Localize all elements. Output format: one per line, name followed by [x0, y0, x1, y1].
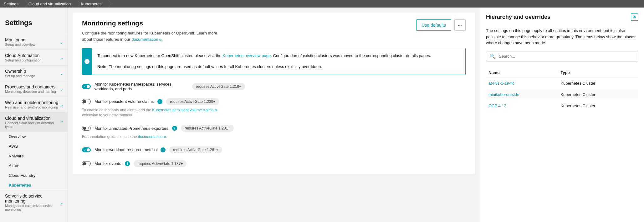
use-defaults-button[interactable]: Use defaults	[416, 19, 451, 31]
sidebar-label: Cloud Automation	[5, 53, 41, 58]
sidebar-item-cloud-virtualization[interactable]: Cloud and virtualizationConnect cloud an…	[0, 112, 67, 132]
requires-pill: requires ActiveGate 1.239+	[166, 98, 219, 105]
sidebar-label: Monitoring	[5, 37, 35, 42]
page-description: Configure the monitoring features for Ku…	[82, 30, 226, 42]
sidebar-item-cloud-automation[interactable]: Cloud AutomationSetup and configuration …	[0, 50, 67, 65]
sidebar-item-monitoring[interactable]: MonitoringSetup and overview ⌄	[0, 34, 67, 50]
hint-text: To enable dashboards and alerts, add the	[82, 108, 152, 112]
requires-pill: requires ActiveGate 1.219+	[192, 83, 245, 90]
sub-item-kubernetes[interactable]: Kubernetes	[0, 180, 67, 190]
kubernetes-overview-link[interactable]: Kubernetes overview page	[222, 53, 271, 58]
info-text: The monitoring settings on this page are…	[108, 64, 322, 69]
override-type: Kubernetes Cluster	[558, 100, 638, 111]
setting-label: Monitor Kubernetes namespaces, services,…	[95, 82, 188, 91]
breadcrumb: Settings Cloud and virtualization Kubern…	[0, 0, 644, 8]
info-banner: i To connect to a new Kubernetes or Open…	[82, 48, 466, 75]
search-wrap: 🔍	[486, 51, 638, 61]
info-icon: i	[82, 48, 92, 75]
hierarchy-panel: Hierarchy and overrides ✕ The settings o…	[480, 8, 644, 222]
close-icon: ✕	[633, 14, 636, 19]
sidebar-sub: Setup and configuration	[5, 58, 41, 62]
breadcrumb-kubernetes[interactable]: Kubernetes	[77, 0, 108, 8]
note-label: Note:	[97, 64, 108, 69]
hint-text: .	[166, 135, 167, 139]
sub-item-aws[interactable]: AWS	[0, 141, 67, 151]
info-p2: Note: The monitoring settings on this pa…	[97, 64, 431, 70]
sidebar-label: Cloud and virtualization	[5, 116, 60, 121]
toggle-monitor-namespaces[interactable]: ✓	[82, 84, 91, 89]
toggle-monitor-events[interactable]	[82, 161, 91, 166]
override-name-link[interactable]: OCP 4.12	[486, 100, 558, 111]
link-text: documentation	[138, 135, 163, 139]
toggle-monitor-workload-metrics[interactable]: ✓	[82, 147, 91, 152]
search-input[interactable]	[486, 51, 638, 61]
chevron-down-icon: ⌄	[60, 87, 64, 92]
sidebar-label: Web and mobile monitoring	[5, 100, 58, 105]
toggle-monitor-pvc[interactable]	[82, 99, 91, 104]
setting-monitor-namespaces: ✓ Monitor Kubernetes namespaces, service…	[82, 82, 466, 91]
setting-label: Monitor annotated Prometheus exporters	[95, 126, 168, 131]
sidebar-label: Processes and containers	[5, 84, 56, 89]
link-text: Kubernetes persistent volume claims	[152, 108, 213, 112]
info-text: To connect to a new Kubernetes or OpenSh…	[97, 53, 222, 58]
sidebar-item-ownership[interactable]: OwnershipSet up and manage ⌄	[0, 65, 67, 81]
table-row: OCP 4.12 Kubernetes Cluster	[486, 100, 638, 111]
sub-item-vmware[interactable]: VMware	[0, 151, 67, 161]
sidebar-sub: Manage and customize service monitoring	[5, 204, 60, 211]
page-title: Monitoring settings	[82, 19, 226, 27]
sidebar-item-server-side[interactable]: Server-side service monitoringManage and…	[0, 190, 67, 214]
chevron-up-icon: ⌄	[60, 120, 64, 125]
setting-hint-pvc: To enable dashboards and alerts, add the…	[82, 108, 223, 118]
pvc-extension-link[interactable]: Kubernetes persistent volume claims ⧉	[152, 108, 217, 112]
hint-text: For annotation guidance, see the	[82, 135, 138, 139]
setting-monitor-events: Monitor events i requires ActiveGate 1.1…	[82, 160, 466, 167]
settings-panel: Monitoring settings Configure the monito…	[73, 13, 475, 174]
breadcrumb-cloud-virtualization[interactable]: Cloud and virtualization	[25, 0, 77, 8]
setting-monitor-prometheus: Monitor annotated Prometheus exporters i…	[82, 125, 466, 132]
hierarchy-description: The settings on this page apply to all e…	[486, 28, 638, 46]
sidebar-sub: Setup and overview	[5, 43, 35, 46]
info-icon[interactable]: i	[125, 161, 130, 166]
breadcrumb-settings[interactable]: Settings	[0, 0, 25, 8]
close-button[interactable]: ✕	[631, 13, 638, 21]
external-link-icon: ⧉	[159, 38, 161, 41]
sidebar-sub: Monitoring, detection and naming	[5, 90, 56, 93]
sub-item-azure[interactable]: Azure	[0, 161, 67, 171]
external-link-icon: ⧉	[215, 108, 217, 112]
search-icon: 🔍	[490, 54, 495, 59]
override-name-link[interactable]: at-k8s-1-19-flc	[486, 77, 558, 89]
sidebar-label: Server-side service monitoring	[5, 193, 60, 204]
sidebar-label: Ownership	[5, 69, 35, 74]
requires-pill: requires ActiveGate 1.201+	[181, 125, 234, 132]
hierarchy-title: Hierarchy and overrides	[486, 14, 550, 20]
documentation-link[interactable]: documentation ⧉	[131, 37, 161, 42]
more-actions-button[interactable]: ⋯	[454, 19, 466, 31]
settings-sidebar: Settings MonitoringSetup and overview ⌄ …	[0, 8, 68, 222]
sidebar-title: Settings	[0, 8, 67, 34]
toggle-monitor-prometheus[interactable]	[82, 126, 91, 131]
table-row: at-k8s-1-19-flc Kubernetes Cluster	[486, 77, 638, 89]
setting-label: Monitor persistent volume claims	[95, 99, 154, 104]
override-name-link[interactable]: minikube-outside	[486, 89, 558, 100]
prometheus-doc-link[interactable]: documentation ⧉	[138, 135, 166, 139]
info-icon[interactable]: i	[157, 99, 162, 104]
chevron-down-icon: ⌄	[60, 55, 64, 60]
sidebar-item-processes[interactable]: Processes and containersMonitoring, dete…	[0, 81, 67, 97]
sidebar-sub: Real user and synthetic monitoring	[5, 105, 58, 109]
info-icon[interactable]: i	[161, 147, 166, 152]
chevron-down-icon: ⌄	[60, 200, 64, 205]
requires-pill: requires ActiveGate 1.187+	[134, 160, 187, 167]
sidebar-item-web-mobile[interactable]: Web and mobile monitoringReal user and s…	[0, 97, 67, 112]
info-icon[interactable]: i	[172, 126, 177, 131]
setting-monitor-pvc: Monitor persistent volume claims i requi…	[82, 98, 466, 105]
sub-item-cloud-foundry[interactable]: Cloud Foundry	[0, 171, 67, 180]
info-p1: To connect to a new Kubernetes or OpenSh…	[97, 53, 431, 59]
sidebar-sub: Connect cloud and virtualization types	[5, 121, 60, 129]
requires-pill: requires ActiveGate 1.261+	[169, 146, 222, 153]
main-content: Monitoring settings Configure the monito…	[68, 8, 480, 222]
col-type: Type	[558, 68, 638, 78]
chevron-down-icon: ⌄	[60, 102, 64, 107]
sidebar-sub: Set up and manage	[5, 74, 35, 78]
sub-item-overview[interactable]: Overview	[0, 132, 67, 141]
overrides-table: Name Type at-k8s-1-19-flc Kubernetes Clu…	[486, 68, 638, 111]
